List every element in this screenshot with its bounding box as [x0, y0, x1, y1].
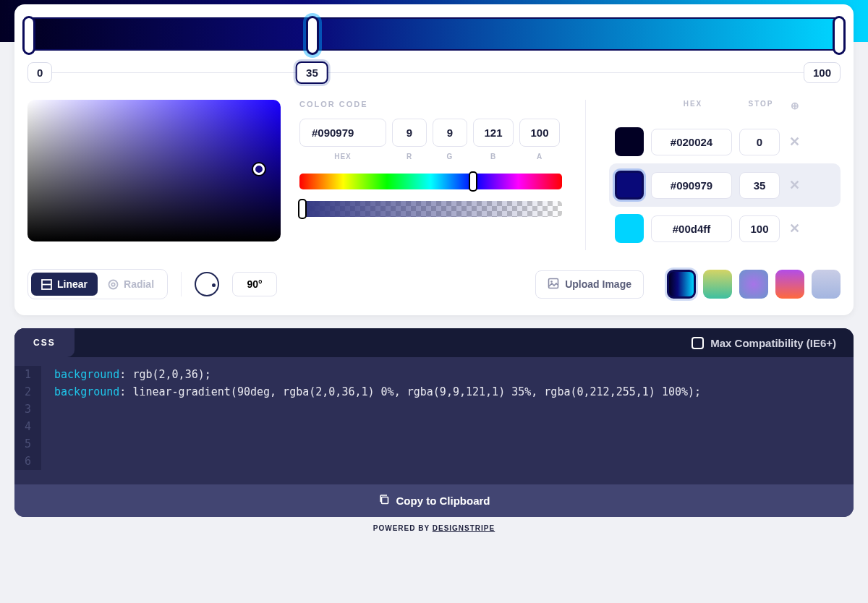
code-tabs-bar: CSS Max Compatibility (IE6+)	[14, 328, 854, 357]
stops-list-header: HEX STOP ⊕	[609, 100, 841, 111]
stop-swatch-1[interactable]	[615, 171, 644, 200]
stop-position-track	[27, 72, 841, 73]
svg-rect-6	[381, 497, 388, 504]
stops-header-hex: HEX	[652, 100, 733, 111]
stop-hex-input-2[interactable]: #00d4ff	[651, 215, 732, 242]
angle-input[interactable]	[232, 272, 277, 296]
a-label: A	[519, 153, 560, 161]
svg-point-2	[109, 280, 118, 288]
color-saturation-picker[interactable]	[27, 100, 281, 241]
code-body: 123456 background: rgb(2,0,36);backgroun…	[14, 357, 854, 484]
upload-image-button[interactable]: Upload Image	[535, 270, 644, 299]
gradient-editor-card: 0 35 100 COLOR CODE HEX R G B A	[14, 4, 854, 315]
alpha-handle[interactable]	[298, 199, 307, 219]
code-content[interactable]: background: rgb(2,0,36);background: line…	[41, 366, 714, 470]
stop-value-input-1[interactable]: 35	[739, 172, 780, 199]
stop-value-input-2[interactable]: 100	[739, 215, 780, 242]
gradient-handle-1[interactable]	[306, 16, 319, 55]
stop-swatch-0[interactable]	[615, 127, 644, 156]
stop-list-item-1[interactable]: #090979 35 ✕	[609, 163, 841, 207]
gradient-preview-bar[interactable]	[27, 17, 841, 51]
linear-button[interactable]: Linear	[31, 273, 98, 296]
upload-label: Upload Image	[565, 278, 631, 290]
hex-input[interactable]	[299, 119, 386, 147]
stops-header-stop: STOP	[741, 100, 781, 111]
g-input[interactable]	[433, 119, 467, 147]
stop-input-2[interactable]: 100	[804, 62, 841, 83]
divider	[181, 272, 182, 296]
r-label: R	[392, 153, 427, 161]
checkbox-icon	[692, 337, 704, 349]
max-compatibility-toggle[interactable]: Max Compatibility (IE6+)	[689, 329, 839, 357]
preset-2[interactable]	[703, 270, 732, 299]
svg-point-3	[111, 283, 114, 286]
stop-list-item-2[interactable]: #00d4ff 100 ✕	[609, 207, 841, 250]
copy-icon	[378, 494, 390, 508]
linear-label: Linear	[57, 278, 88, 290]
angle-dial-marker	[212, 283, 216, 287]
b-input[interactable]	[473, 119, 514, 147]
preset-1[interactable]	[667, 270, 696, 299]
options-row: Linear Radial Upload Image	[27, 269, 841, 299]
css-tab[interactable]: CSS	[14, 328, 75, 357]
stop-input-0[interactable]: 0	[27, 62, 52, 83]
stop-hex-input-0[interactable]: #020024	[651, 129, 732, 155]
b-label: B	[473, 153, 514, 161]
stop-swatch-2[interactable]	[615, 214, 644, 243]
angle-dial[interactable]	[195, 272, 219, 296]
svg-point-5	[550, 281, 553, 283]
delete-stop-1[interactable]: ✕	[787, 177, 801, 193]
g-label: G	[433, 153, 467, 161]
color-code-sublabels: HEX R G B A	[299, 153, 562, 161]
stop-value-input-0[interactable]: 0	[739, 129, 780, 155]
copy-to-clipboard-button[interactable]: Copy to Clipboard	[14, 484, 854, 517]
color-code-label: COLOR CODE	[299, 100, 562, 108]
gradient-handle-0[interactable]	[22, 16, 35, 55]
hue-slider[interactable]	[299, 174, 562, 189]
delete-stop-0[interactable]: ✕	[787, 134, 801, 150]
a-input[interactable]	[519, 119, 560, 147]
designstripe-link[interactable]: DESIGNSTRIPE	[433, 524, 495, 532]
stops-list-panel: HEX STOP ⊕ #020024 0 ✕ #090979 35 ✕ #00d…	[609, 100, 841, 250]
stop-hex-input-1[interactable]: #090979	[651, 172, 732, 199]
add-stop-button[interactable]: ⊕	[788, 100, 803, 111]
preset-5[interactable]	[812, 270, 841, 299]
hue-handle[interactable]	[469, 171, 477, 192]
stop-position-row: 0 35 100	[27, 59, 841, 85]
alpha-slider[interactable]	[299, 201, 562, 217]
gradient-handle-2[interactable]	[833, 16, 846, 55]
gradient-bar-track[interactable]	[27, 17, 841, 51]
preset-4[interactable]	[775, 270, 804, 299]
radial-button[interactable]: Radial	[98, 273, 164, 296]
delete-stop-2[interactable]: ✕	[787, 221, 801, 236]
footer-text: POWERED BY	[373, 524, 433, 532]
radial-label: Radial	[124, 278, 154, 290]
copy-label: Copy to Clipboard	[396, 495, 490, 507]
radial-icon	[108, 279, 119, 290]
code-output-card: CSS Max Compatibility (IE6+) 123456 back…	[14, 328, 854, 517]
stop-list-item-0[interactable]: #020024 0 ✕	[609, 120, 841, 163]
line-gutter: 123456	[14, 366, 41, 470]
gradient-type-toggle: Linear Radial	[27, 269, 168, 299]
image-icon	[548, 278, 559, 291]
compat-label: Max Compatibility (IE6+)	[710, 337, 836, 349]
picker-cursor[interactable]	[253, 163, 265, 175]
preset-gradients	[667, 270, 841, 299]
stop-input-1[interactable]: 35	[296, 61, 328, 84]
r-input[interactable]	[392, 119, 427, 147]
color-code-panel: COLOR CODE HEX R G B A	[299, 100, 562, 250]
preset-3[interactable]	[739, 270, 768, 299]
linear-icon	[41, 279, 52, 290]
divider	[585, 100, 586, 250]
hex-label: HEX	[299, 153, 386, 161]
page-footer: POWERED BY DESIGNSTRIPE	[0, 517, 868, 542]
